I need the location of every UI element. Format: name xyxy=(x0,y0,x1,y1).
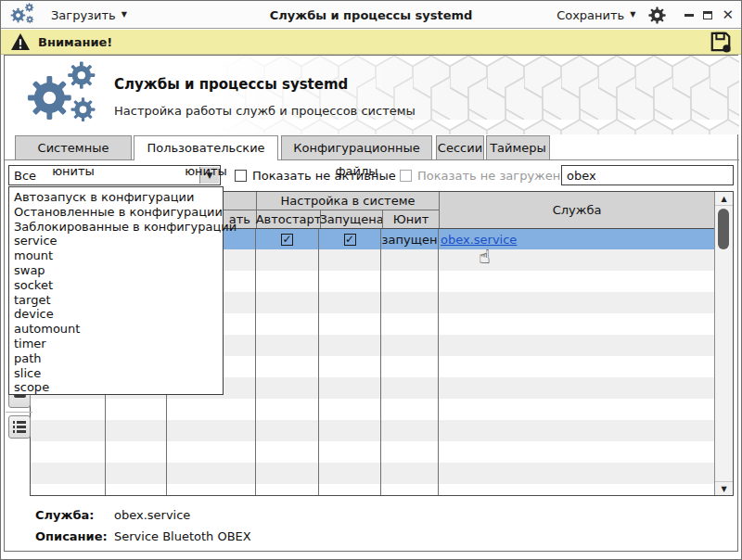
show-unloaded-label: Показать не загруженные xyxy=(417,169,585,183)
save-floppy-icon[interactable] xyxy=(710,31,732,53)
warning-triangle-icon xyxy=(10,32,31,51)
running-checkbox[interactable]: ✓ xyxy=(344,234,356,246)
table-row xyxy=(31,420,714,441)
dropdown-item[interactable]: automount xyxy=(9,322,223,337)
description-label: Описание: xyxy=(35,529,108,543)
header-group-system: Настройка в системе xyxy=(257,192,439,210)
dropdown-item[interactable]: target xyxy=(9,293,223,308)
table-scrollbar[interactable]: ▲ ▼ xyxy=(714,192,733,495)
load-menu-button[interactable]: Загрузить ▼ xyxy=(51,8,127,22)
autostart-checkbox[interactable]: ✓ xyxy=(281,234,293,246)
show-inactive-checkbox[interactable] xyxy=(235,170,247,182)
minimize-button[interactable] xyxy=(684,14,694,17)
dropdown-item[interactable]: path xyxy=(9,351,223,366)
header-unit[interactable]: Юнит xyxy=(382,210,439,228)
dropdown-item[interactable]: timer xyxy=(9,337,223,351)
filter-dropdown-list[interactable]: Автозапуск в конфигурации Остановленные … xyxy=(8,186,224,395)
banner: Службы и процессы systemd Настройка рабо… xyxy=(5,56,739,134)
service-link[interactable]: obex.service xyxy=(441,233,517,247)
show-unloaded-checkbox xyxy=(400,170,412,182)
table-row xyxy=(31,463,714,484)
tab-system-units[interactable]: Системные юниты xyxy=(15,135,132,159)
tab-user-units[interactable]: Пользовательские юниты xyxy=(134,135,278,160)
tab-sessions[interactable]: Сессии xyxy=(436,135,484,159)
dropdown-item[interactable]: Заблокированные в конфигурации xyxy=(9,220,223,235)
service-label: Служба: xyxy=(35,508,95,522)
save-menu-label: Сохранить xyxy=(556,8,624,22)
description-value: Service Bluetoth OBEX xyxy=(114,529,251,543)
list-icon xyxy=(13,421,27,433)
scroll-down-icon[interactable]: ▼ xyxy=(715,481,733,495)
toolbar-button-list[interactable] xyxy=(8,415,31,439)
unit-state-cell: запущен xyxy=(381,229,439,249)
save-menu-button[interactable]: Сохранить ▼ xyxy=(556,8,635,22)
table-row xyxy=(31,441,714,463)
filter-combobox-value: Все xyxy=(14,169,36,183)
dropdown-item[interactable]: socket xyxy=(9,278,223,293)
dropdown-item[interactable]: slice xyxy=(9,366,223,381)
header-running[interactable]: Запущена xyxy=(320,210,382,228)
table-row xyxy=(31,399,714,420)
warning-text: Внимание! xyxy=(38,35,112,49)
service-value: obex.service xyxy=(114,508,190,522)
hand-cursor-icon: ☝ xyxy=(479,246,491,268)
header-autostart[interactable]: Автостарт xyxy=(257,210,320,228)
dropdown-item[interactable]: scope xyxy=(9,380,223,395)
dropdown-item[interactable]: service xyxy=(9,234,223,248)
header-service[interactable]: Служба xyxy=(439,192,714,228)
warning-bar: Внимание! xyxy=(1,30,741,55)
chevron-down-icon: ▼ xyxy=(122,11,127,19)
load-menu-label: Загрузить xyxy=(51,8,116,22)
banner-title: Службы и процессы systemd xyxy=(114,76,348,93)
table-row xyxy=(31,484,714,495)
maximize-button[interactable] xyxy=(703,11,712,19)
banner-subtitle: Настройка работы служб и процессов систе… xyxy=(114,104,416,118)
tab-config-files[interactable]: Конфигурационные файлы xyxy=(281,135,432,159)
close-button[interactable]: ✕ xyxy=(722,8,734,22)
toolbar-separator xyxy=(6,412,32,413)
dropdown-item[interactable]: device xyxy=(9,307,223,322)
settings-gear-icon[interactable] xyxy=(648,6,666,24)
dropdown-item[interactable]: mount xyxy=(9,248,223,263)
app-logo-gears xyxy=(25,61,107,130)
app-window: Загрузить ▼ Службы и процессы systemd Со… xyxy=(0,0,742,560)
dropdown-item[interactable]: Остановленные в конфигурации xyxy=(9,205,223,220)
tab-timers[interactable]: Таймеры xyxy=(486,135,550,159)
chevron-down-icon: ▼ xyxy=(630,11,635,19)
scrollbar-thumb[interactable] xyxy=(718,209,729,249)
titlebar: Загрузить ▼ Службы и процессы systemd Со… xyxy=(1,1,741,29)
dropdown-item[interactable]: Автозапуск в конфигурации xyxy=(9,190,223,205)
scroll-up-icon[interactable]: ▲ xyxy=(715,192,733,206)
dropdown-item[interactable]: swap xyxy=(9,263,223,278)
app-gears-icon xyxy=(10,3,38,27)
search-input[interactable] xyxy=(561,165,734,185)
main-frame: Службы и процессы systemd Настройка рабо… xyxy=(4,55,738,552)
